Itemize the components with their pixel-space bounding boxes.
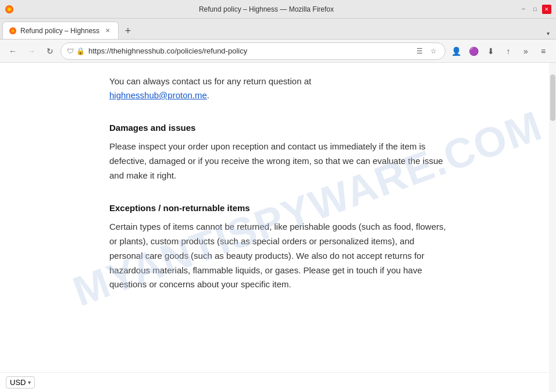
nav-bar: ← → ↻ 🛡 🔒 ☰ ☆ 👤 🟣 ⬇ ↑ » ≡ [0,40,556,63]
tab-bar: Refund policy – Highness ✕ + ▾ [0,19,556,40]
menu-button[interactable]: ≡ [535,43,551,59]
minimize-button[interactable] [519,5,528,14]
currency-selector[interactable]: USD ▾ [6,376,35,389]
damages-body: Please inspect your order upon reception… [109,140,447,183]
damages-section: Damages and issues Please inspect your o… [109,121,447,183]
tab-dropdown-button[interactable]: ▾ [542,27,554,39]
firefox-logo-icon [5,5,14,14]
share-button[interactable]: ↑ [500,43,516,59]
reload-button[interactable]: ↻ [42,43,58,59]
email-suffix: . [207,90,209,100]
address-actions: ☰ ☆ [414,45,439,57]
address-input[interactable] [88,47,410,55]
tab-favicon-icon [9,27,17,35]
exceptions-title: Exceptions / non-returnable items [109,201,447,215]
download-button[interactable]: ⬇ [483,43,499,59]
nav-right-buttons: 👤 🟣 ⬇ ↑ » ≡ [448,43,551,59]
maximize-button[interactable] [530,5,540,14]
email-link[interactable]: highnesshub@proton.me [109,90,207,100]
extensions-button[interactable]: » [518,43,534,59]
back-button[interactable]: ← [5,43,21,59]
reader-mode-button[interactable]: ☰ [414,45,425,57]
svg-point-4 [11,29,15,33]
currency-bar: USD ▾ [0,372,549,392]
title-bar: Refund policy – Highness — Mozilla Firef… [0,0,556,19]
forward-button[interactable]: → [23,43,40,59]
lock-icon: 🔒 [76,47,85,55]
page-wrapper: You can always contact us for any return… [0,63,556,392]
window-controls [519,5,551,14]
page-content: You can always contact us for any return… [86,63,470,304]
shield-icon: 🛡 [67,47,74,55]
scrollbar[interactable] [549,63,556,392]
scrollbar-thumb[interactable] [550,74,555,121]
svg-point-2 [8,8,10,10]
new-tab-button[interactable]: + [120,23,136,39]
exceptions-section: Exceptions / non-returnable items Certai… [109,201,447,292]
contact-paragraph: You can always contact us for any return… [109,74,447,102]
exceptions-body: Certain types of items cannot be returne… [109,220,447,292]
bookmark-button[interactable]: ☆ [427,45,439,57]
pocket-button[interactable]: 🟣 [465,43,482,59]
window-title: Refund policy – Highness — Mozilla Firef… [14,5,519,13]
title-bar-left [5,5,14,14]
address-icons: 🛡 🔒 [67,47,85,55]
contact-text: You can always contact us for any return… [109,76,311,86]
currency-dropdown-icon: ▾ [28,379,31,386]
profile-button[interactable]: 👤 [448,43,464,59]
tab-close-button[interactable]: ✕ [103,26,112,35]
tab-bar-right: ▾ [542,27,554,39]
close-button[interactable] [542,5,551,14]
currency-label: USD [10,378,26,387]
tab-label: Refund policy – Highness [20,27,99,35]
active-tab[interactable]: Refund policy – Highness ✕ [2,22,119,39]
damages-title: Damages and issues [109,121,447,135]
address-bar-container[interactable]: 🛡 🔒 ☰ ☆ [60,42,445,60]
